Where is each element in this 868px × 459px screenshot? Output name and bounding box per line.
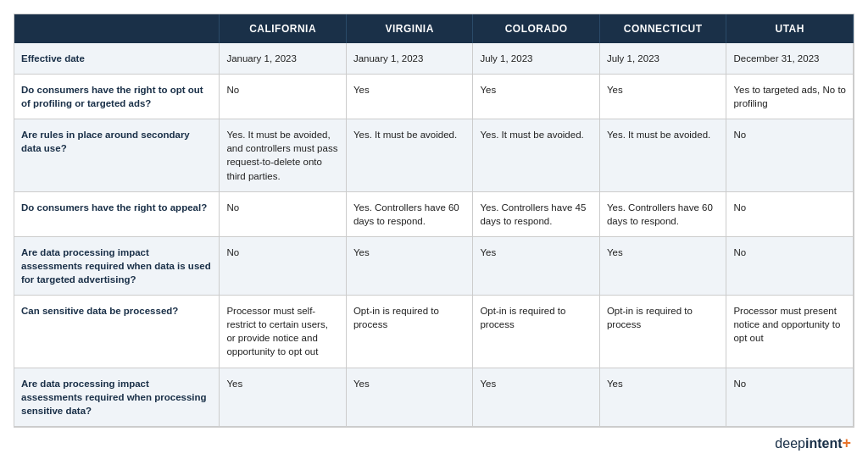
- cell-row1-virginia: Yes: [346, 75, 473, 119]
- cell-row2-colorado: Yes. It must be avoided.: [473, 119, 600, 191]
- cell-row0-question: Effective date: [14, 43, 220, 75]
- cell-row6-colorado: Yes: [473, 368, 600, 426]
- table-row: Do consumers have the right to opt out o…: [14, 75, 854, 119]
- cell-row0-virginia: January 1, 2023: [346, 43, 473, 75]
- cell-row3-utah: No: [726, 191, 854, 236]
- cell-row4-connecticut: Yes: [599, 236, 726, 295]
- table-row: Are data processing impact assessments r…: [14, 368, 854, 426]
- cell-row4-california: No: [220, 236, 347, 295]
- cell-row5-question: Can sensitive data be processed?: [14, 296, 220, 368]
- cell-row1-utah: Yes to targeted ads, No to profiling: [726, 75, 854, 119]
- logo-section: deepintent+: [14, 428, 854, 452]
- header-col4: COLORADO: [473, 14, 600, 43]
- cell-row4-question: Are data processing impact assessments r…: [14, 236, 220, 295]
- cell-row3-virginia: Yes. Controllers have 60 days to respond…: [346, 191, 473, 236]
- cell-row3-connecticut: Yes. Controllers have 60 days to respond…: [599, 191, 726, 236]
- cell-row2-question: Are rules in place around secondary data…: [14, 119, 220, 191]
- cell-row3-colorado: Yes. Controllers have 45 days to respond…: [473, 191, 600, 236]
- deepintent-logo: deepintent+: [775, 434, 851, 452]
- cell-row5-virginia: Opt-in is required to process: [346, 296, 473, 368]
- cell-row5-connecticut: Opt-in is required to process: [599, 296, 726, 368]
- header-col6: UTAH: [726, 14, 854, 43]
- table-header: CALIFORNIA VIRGINIA COLORADO CONNECTICUT…: [14, 14, 854, 43]
- cell-row2-utah: No: [726, 119, 854, 191]
- header-col5: CONNECTICUT: [599, 14, 726, 43]
- cell-row1-california: No: [220, 75, 347, 119]
- table-row: Do consumers have the right to appeal?No…: [14, 191, 854, 236]
- logo-deep: deep: [775, 436, 805, 451]
- cell-row1-colorado: Yes: [473, 75, 600, 119]
- logo-plus: +: [842, 434, 851, 451]
- cell-row4-virginia: Yes: [346, 236, 473, 295]
- cell-row5-california: Processor must self-restrict to certain …: [220, 296, 347, 368]
- cell-row2-california: Yes. It must be avoided, and controllers…: [220, 119, 347, 191]
- cell-row0-utah: December 31, 2023: [726, 43, 854, 75]
- cell-row1-question: Do consumers have the right to opt out o…: [14, 75, 220, 119]
- cell-row0-california: January 1, 2023: [220, 43, 347, 75]
- cell-row5-utah: Processor must present notice and opport…: [726, 296, 854, 368]
- logo-intent: intent: [805, 436, 843, 451]
- table-row: Are rules in place around secondary data…: [14, 119, 854, 191]
- cell-row0-connecticut: July 1, 2023: [599, 43, 726, 75]
- table-row: Effective dateJanuary 1, 2023January 1, …: [14, 43, 854, 75]
- cell-row3-question: Do consumers have the right to appeal?: [14, 191, 220, 236]
- cell-row6-virginia: Yes: [346, 368, 473, 426]
- header-col1: [14, 14, 220, 43]
- header-col2: CALIFORNIA: [220, 14, 347, 43]
- cell-row2-connecticut: Yes. It must be avoided.: [599, 119, 726, 191]
- table-row: Can sensitive data be processed?Processo…: [14, 296, 854, 368]
- cell-row4-colorado: Yes: [473, 236, 600, 295]
- cell-row3-california: No: [220, 191, 347, 236]
- cell-row6-question: Are data processing impact assessments r…: [14, 368, 220, 426]
- cell-row6-connecticut: Yes: [599, 368, 726, 426]
- table-body: Effective dateJanuary 1, 2023January 1, …: [14, 43, 854, 426]
- cell-row4-utah: No: [726, 236, 854, 295]
- cell-row2-virginia: Yes. It must be avoided.: [346, 119, 473, 191]
- cell-row6-california: Yes: [220, 368, 347, 426]
- cell-row0-colorado: July 1, 2023: [473, 43, 600, 75]
- table-row: Are data processing impact assessments r…: [14, 236, 854, 295]
- header-col3: VIRGINIA: [346, 14, 473, 43]
- comparison-table: CALIFORNIA VIRGINIA COLORADO CONNECTICUT…: [14, 14, 854, 428]
- cell-row6-utah: No: [726, 368, 854, 426]
- cell-row1-connecticut: Yes: [599, 75, 726, 119]
- cell-row5-colorado: Opt-in is required to process: [473, 296, 600, 368]
